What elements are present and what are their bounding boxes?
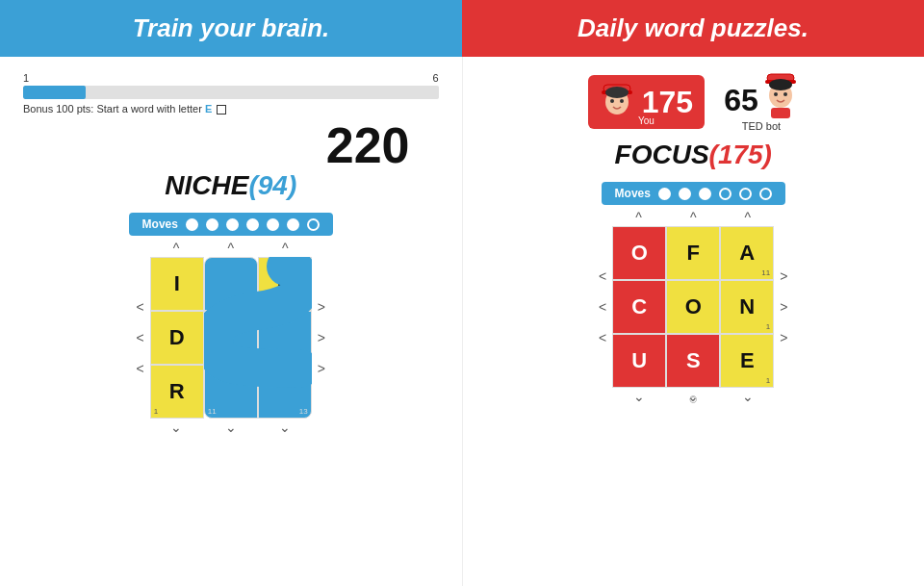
right-move-dot-3 bbox=[699, 188, 711, 200]
left-move-dot-2 bbox=[206, 218, 218, 231]
svg-point-4 bbox=[610, 99, 614, 103]
left-grid-row-1: D 2 11 bbox=[150, 311, 312, 365]
right-cell-0-1[interactable]: F bbox=[666, 226, 720, 280]
left-left-arrow-1[interactable]: < bbox=[133, 298, 148, 316]
right-move-dot-5 bbox=[739, 188, 752, 200]
left-cell-0-2[interactable]: N bbox=[258, 257, 312, 311]
left-word-points: (94) bbox=[248, 170, 296, 200]
right-left-arrow-1[interactable]: < bbox=[595, 268, 610, 285]
left-bottom-arrows: ⌄ ⌄ ⌄ bbox=[149, 419, 313, 436]
right-right-arrow-3[interactable]: > bbox=[776, 329, 791, 346]
right-top-arrow-3[interactable]: ^ bbox=[741, 209, 756, 226]
right-top-arrow-1[interactable]: ^ bbox=[631, 209, 646, 226]
left-top-arrow-1[interactable]: ^ bbox=[169, 240, 184, 257]
left-banner-text: Train your brain. bbox=[133, 13, 330, 42]
right-cell-num-0-2: 11 bbox=[761, 268, 770, 277]
avatar-you-icon bbox=[600, 81, 634, 123]
svg-point-10 bbox=[769, 79, 792, 90]
header-row: Train your brain. Daily word puzzles. bbox=[0, 0, 924, 57]
svg-rect-13 bbox=[771, 108, 790, 118]
right-left-arrow-3[interactable]: < bbox=[595, 329, 610, 346]
left-cell-2-2[interactable]: 13 bbox=[258, 365, 312, 419]
right-cell-1-0[interactable]: C bbox=[612, 280, 666, 334]
player-ted: 65 bbox=[724, 72, 799, 132]
left-cell-0-0[interactable]: I bbox=[150, 257, 204, 311]
player-you-label: You bbox=[638, 115, 654, 126]
right-cell-1-1[interactable]: O bbox=[666, 280, 720, 334]
left-cell-2-1[interactable]: 11 bbox=[204, 365, 258, 419]
right-move-dot-6 bbox=[759, 188, 772, 200]
left-cell-num-2-0: 1 bbox=[154, 407, 158, 416]
players-section: 175 You 65 bbox=[588, 72, 799, 132]
left-cell-0-1[interactable] bbox=[204, 257, 258, 311]
left-moves-label: Moves bbox=[142, 217, 178, 231]
bonus-checkbox[interactable] bbox=[217, 105, 226, 115]
left-move-dot-1 bbox=[186, 218, 198, 231]
right-grid-row-0: O F A 11 bbox=[612, 226, 774, 280]
left-move-dot-3 bbox=[226, 218, 239, 231]
right-banner: Daily word puzzles. bbox=[462, 0, 924, 57]
right-cell-letter-0-1: F bbox=[687, 241, 700, 266]
right-top-arrow-2[interactable]: ^ bbox=[686, 209, 701, 226]
progress-end: 6 bbox=[432, 72, 438, 84]
left-right-arrow-2[interactable]: > bbox=[314, 329, 329, 346]
right-cell-1-2[interactable]: N 1 bbox=[720, 280, 774, 334]
right-grid-with-sides: < < < O F A bbox=[595, 226, 791, 388]
left-cell-1-2[interactable]: 11 bbox=[258, 311, 312, 365]
svg-point-11 bbox=[774, 92, 778, 96]
right-cell-2-2[interactable]: E 1 bbox=[720, 334, 774, 388]
left-bottom-arrow-2[interactable]: ⌄ bbox=[221, 419, 241, 436]
right-left-arrow-2[interactable]: < bbox=[595, 298, 610, 316]
right-right-arrow-2[interactable]: > bbox=[776, 298, 791, 316]
right-cell-letter-1-1: O bbox=[685, 294, 702, 319]
player-you: 175 You bbox=[588, 75, 705, 129]
right-cell-letter-2-2: E bbox=[740, 348, 755, 373]
right-bottom-arrows: ⌄ © ⌄ ⌄ bbox=[611, 388, 775, 405]
right-bottom-arrow-3[interactable]: ⌄ bbox=[738, 388, 757, 405]
left-banner: Train your brain. bbox=[0, 0, 462, 57]
left-right-arrows: > > > bbox=[314, 298, 329, 377]
left-left-arrow-2[interactable]: < bbox=[133, 329, 148, 346]
right-grid-wrapper: ^ ^ ^ < < < O bbox=[486, 209, 902, 405]
left-bottom-arrow-1[interactable]: ⌄ bbox=[167, 419, 186, 436]
left-cell-letter-1-0: D bbox=[169, 325, 185, 350]
left-move-dot-5 bbox=[267, 218, 279, 231]
right-cell-letter-0-0: O bbox=[631, 241, 648, 266]
bonus-label: Bonus 100 pts: Start a word with letter bbox=[23, 103, 202, 115]
left-move-dot-6 bbox=[287, 218, 299, 231]
avatar-ted-container: 65 bbox=[724, 72, 799, 118]
left-right-arrow-1[interactable]: > bbox=[314, 298, 329, 316]
left-score: 220 bbox=[326, 120, 410, 170]
right-word-section: FOCUS(175) bbox=[486, 140, 902, 170]
left-moves-row: Moves bbox=[129, 213, 333, 236]
right-move-dot-2 bbox=[679, 188, 691, 200]
left-top-arrow-3[interactable]: ^ bbox=[278, 240, 293, 257]
right-cell-num-2-2: 1 bbox=[766, 376, 770, 385]
right-cell-0-0[interactable]: O bbox=[612, 226, 666, 280]
right-top-arrows: ^ ^ ^ bbox=[611, 209, 775, 226]
svg-point-12 bbox=[783, 92, 787, 96]
left-cell-1-0[interactable]: D bbox=[150, 311, 204, 365]
right-cell-2-0[interactable]: U bbox=[612, 334, 666, 388]
left-grid-with-sides: < < < I bbox=[133, 257, 329, 419]
right-cell-0-2[interactable]: A 11 bbox=[720, 226, 774, 280]
left-top-arrows: ^ ^ ^ bbox=[149, 240, 313, 257]
left-bottom-arrow-3[interactable]: ⌄ bbox=[275, 419, 295, 436]
right-grid-row-1: C O N 1 bbox=[612, 280, 774, 334]
right-word: FOCUS bbox=[615, 140, 709, 169]
right-cell-2-1[interactable]: S bbox=[666, 334, 720, 388]
svg-point-5 bbox=[620, 99, 624, 103]
left-grid-wrapper: ^ ^ ^ < < < I bbox=[23, 240, 439, 436]
left-cell-num-2-1: 11 bbox=[208, 407, 217, 416]
left-top-arrow-2[interactable]: ^ bbox=[223, 240, 238, 257]
left-panel: 1 6 Bonus 100 pts: Start a word with let… bbox=[0, 57, 462, 586]
right-move-dot-1 bbox=[658, 188, 671, 200]
left-cell-1-1[interactable]: 2 bbox=[204, 311, 258, 365]
right-move-dot-4 bbox=[719, 188, 732, 200]
right-bottom-arrow-1[interactable]: ⌄ bbox=[629, 388, 649, 405]
right-right-arrow-1[interactable]: > bbox=[776, 268, 791, 285]
left-right-arrow-3[interactable]: > bbox=[314, 360, 329, 377]
left-left-arrow-3[interactable]: < bbox=[133, 360, 148, 377]
left-cell-num-1-2: 11 bbox=[262, 353, 270, 362]
left-cell-2-0[interactable]: R 1 bbox=[150, 365, 204, 419]
